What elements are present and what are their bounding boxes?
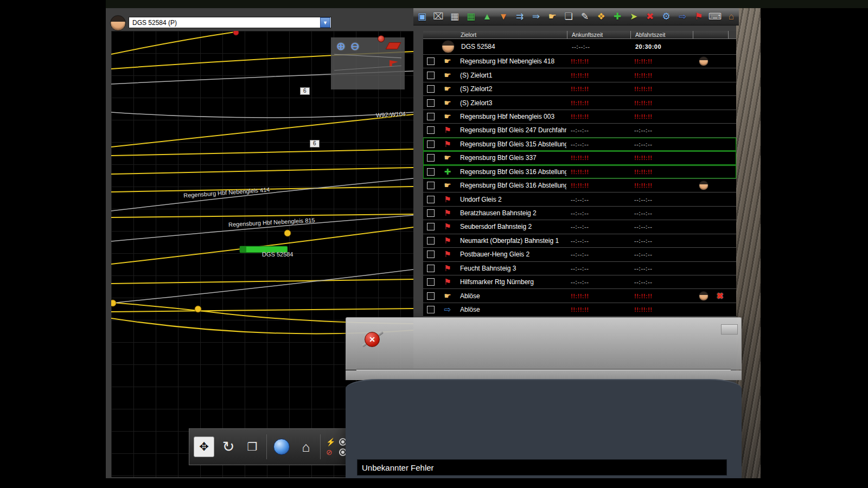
detach-window-button[interactable]: ❐ (242, 437, 262, 457)
departure-time: 20:30:00 (631, 43, 693, 50)
row-checkbox[interactable] (427, 265, 435, 272)
depot-icon[interactable]: ⌂ (725, 10, 738, 24)
table-row[interactable]: ☛Ablöse!!:!!:!!!!:!!:!!✖ (423, 289, 736, 303)
grid-large-icon[interactable]: ▦ (464, 10, 477, 24)
table-row[interactable]: ⚑Beratzhausen Bahnsteig 2--:--:----:--:-… (423, 207, 736, 220)
departure-time: !!:!!:!! (630, 306, 692, 313)
zoom-out-icon[interactable]: ⊖ (350, 40, 360, 53)
save-icon[interactable]: ▣ (416, 10, 429, 24)
flag-icon[interactable]: ⚑ (692, 10, 705, 24)
row-checkbox[interactable] (427, 168, 435, 176)
arrival-time: --:--:-- (566, 265, 630, 272)
home-view-button[interactable]: ⌂ (296, 437, 316, 457)
flag-icon: ⚑ (442, 264, 454, 273)
row-checkbox[interactable] (427, 251, 435, 258)
hand-tool-icon[interactable]: ☛ (546, 10, 559, 24)
table-row[interactable]: ⚑Feucht Bahnsteig 3--:--:----:--:-- (423, 262, 736, 275)
delete-icon[interactable]: ⌧ (432, 10, 445, 24)
plus-icon: ✚ (442, 168, 454, 176)
row-checkbox[interactable] (427, 154, 435, 162)
row-checkbox[interactable] (427, 113, 435, 120)
col-header-extra (693, 31, 728, 38)
table-row[interactable]: ⚑Undorf Gleis 2--:--:----:--:-- (423, 192, 736, 206)
table-row[interactable]: ⚑Regensburg Bbf Gleis 247 Durchfahrt--:-… (423, 124, 736, 137)
table-row[interactable]: ⚑Seubersdorf Bahnsteig 2--:--:----:--:-- (423, 220, 736, 234)
destination-label: Regensburg Bbf Gleis 315 Abstellung (460, 140, 566, 148)
table-row[interactable]: ☛(S) Zielort1!!:!!:!!!!:!!:!! (423, 68, 736, 82)
database-settings-icon[interactable]: ⚙ (660, 10, 673, 24)
exit-icon[interactable]: ⇨ (676, 10, 689, 24)
lower-icon[interactable]: ▼ (497, 10, 510, 24)
table-row[interactable]: ☛Regensburg Bbf Gleis 316 Abstellung!!:!… (423, 179, 736, 192)
table-row[interactable]: ☛(S) Zielort3!!:!!:!!!!:!!:!! (423, 96, 736, 110)
remove-destination-icon[interactable]: ✖ (643, 10, 656, 24)
arrival-time: !!:!!:!! (566, 169, 630, 175)
flag-icon: ⚑ (442, 126, 454, 134)
departure-time: !!:!!:!! (630, 86, 692, 92)
flag-icon: ⚑ (442, 250, 454, 259)
row-checkbox[interactable] (427, 85, 435, 93)
departure-time: !!:!!:!! (630, 72, 692, 79)
row-checkbox[interactable] (427, 278, 435, 286)
dialog-thumb-button[interactable] (721, 324, 738, 335)
grid-small-icon[interactable]: ▦ (448, 10, 461, 24)
row-checkbox[interactable] (427, 57, 435, 65)
row-checkbox[interactable] (427, 72, 435, 79)
destination-label: Regensburg Bbf Gleis 316 Abstellung (460, 168, 566, 176)
train-select[interactable]: DGS 52584 (P) ▼ (129, 17, 331, 28)
row-checkbox[interactable] (427, 306, 435, 313)
arrival-time: !!:!!:!! (566, 100, 630, 106)
arrival-time: !!:!!:!! (566, 86, 630, 92)
row-checkbox[interactable] (427, 196, 435, 203)
table-row[interactable]: ☛(S) Zielort2!!:!!:!!!!:!!:!! (423, 82, 736, 96)
keypad-icon[interactable]: ⌨ (709, 10, 722, 24)
table-row[interactable]: ⚑Hilfsmarker Rtg Nürnberg--:--:----:--:-… (423, 275, 736, 289)
timetable-rows: ☛Regensburg Hbf Nebengleis 418!!:!!:!!!!… (423, 55, 736, 317)
table-row[interactable]: ⇨Ablöse!!:!!:!!!!:!!:!! (423, 303, 736, 317)
departure-time: --:--:-- (630, 279, 692, 285)
table-row[interactable]: ⚑Regensburg Bbf Gleis 315 Abstellung--:-… (423, 138, 736, 151)
table-row[interactable]: ☛Regensburg Bbf Gleis 337!!:!!:!!!!:!!:!… (423, 151, 736, 165)
table-row[interactable]: ☛Regensburg Hbf Nebengleis 003!!:!!:!!!!… (423, 110, 736, 124)
row-checkbox[interactable] (427, 126, 435, 134)
arrival-time: --:--:-- (566, 196, 630, 203)
handover-icon: ⇨ (442, 305, 454, 314)
pan-tool-button[interactable]: ✥ (194, 436, 214, 457)
table-row[interactable]: ⚑Postbauer-Heng Gleis 2--:--:----:--:-- (423, 248, 736, 261)
col-header-zielort: Zielort (423, 31, 567, 38)
add-waypoint-icon[interactable]: ➤ (627, 10, 640, 24)
row-checkbox[interactable] (427, 237, 435, 245)
row-checkbox[interactable] (427, 292, 435, 300)
table-row[interactable]: ✚Regensburg Bbf Gleis 316 Abstellung!!:!… (423, 165, 736, 179)
passenger-list-icon[interactable]: ❏ (562, 10, 575, 24)
train-summary-row[interactable]: DGS 52584 --:--:-- 20:30:00 (423, 39, 736, 55)
cancel-icon[interactable]: ✖ (717, 291, 724, 301)
disconnect-icon[interactable]: ✕ (362, 330, 384, 350)
row-checkbox[interactable] (427, 223, 435, 230)
error-dialog: ✕ Unbekannter Fehler (346, 317, 742, 478)
insert-before-icon[interactable]: ⇉ (513, 10, 526, 24)
zoom-in-icon[interactable]: ⊕ (336, 40, 346, 53)
error-output: Unbekannter Fehler (357, 459, 727, 476)
insert-after-icon[interactable]: ⇛ (529, 10, 542, 24)
row-checkbox[interactable] (427, 182, 435, 189)
world-map-button[interactable] (273, 439, 290, 455)
table-row[interactable]: ⚑Neumarkt (Oberpfalz) Bahnsteig 1--:--:-… (423, 234, 736, 248)
destination-label: (S) Zielort1 (460, 72, 566, 79)
hand-icon: ☛ (442, 153, 454, 162)
waypoint-dot (284, 230, 291, 236)
driver-avatar (442, 40, 455, 53)
rotate-view-button[interactable]: ↻ (219, 437, 238, 457)
chevron-down-icon[interactable]: ▼ (320, 17, 330, 28)
table-row[interactable]: ☛Regensburg Hbf Nebengleis 418!!:!!:!!!!… (423, 55, 736, 68)
signal-symbol-icon[interactable] (386, 42, 401, 49)
row-checkbox[interactable] (427, 209, 435, 217)
add-destination-icon[interactable]: ✚ (611, 10, 624, 24)
row-checkbox[interactable] (427, 140, 435, 148)
arrival-time: --:--:-- (566, 223, 630, 230)
destination-label: Ablöse (460, 292, 566, 300)
raise-icon[interactable]: ▲ (481, 10, 494, 24)
row-checkbox[interactable] (427, 99, 435, 107)
edit-list-icon[interactable]: ✎ (578, 10, 591, 24)
tile-windows-icon[interactable]: ❖ (595, 10, 608, 24)
